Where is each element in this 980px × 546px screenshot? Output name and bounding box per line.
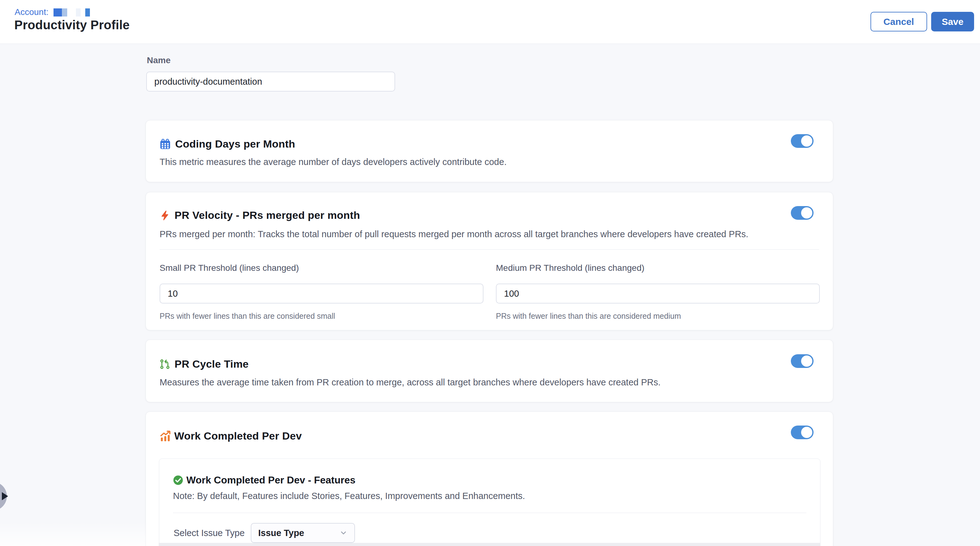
save-button[interactable]: Save [931,12,974,32]
field-label: Small PR Threshold (lines changed) [160,263,484,273]
account-name-redacted [54,8,62,16]
field-label: Medium PR Threshold (lines changed) [496,263,820,273]
git-pull-request-icon [160,359,170,369]
small-pr-threshold-input[interactable] [160,284,484,303]
work-completed-toggle[interactable] [791,426,813,439]
name-label: Name [147,56,170,65]
medium-pr-threshold-field: Medium PR Threshold (lines changed) PRs … [496,263,820,321]
work-completed-features-panel: Work Completed Per Dev - Features Note: … [159,458,820,546]
account-name-redacted [85,8,90,16]
subsection-note: Note: By default, Features include Stori… [173,491,525,501]
pr-velocity-toggle[interactable] [791,206,813,220]
cancel-button[interactable]: Cancel [870,12,927,32]
pr-cycle-time-toggle[interactable] [791,354,813,368]
subsection-title: Work Completed Per Dev - Features [186,474,356,486]
cut-off-content [159,543,820,546]
play-arrow-icon [2,492,8,500]
productivity-profile-page: Account: Productivity Profile Cancel Sav… [0,0,980,546]
issue-type-select[interactable]: Issue Type [251,523,355,543]
top-bar: Account: Productivity Profile Cancel Sav… [0,0,980,44]
divider [160,249,819,250]
page-title: Productivity Profile [14,18,130,32]
bottom-fade [0,521,146,546]
coding-days-card: Coding Days per Month This metric measur… [146,120,833,182]
calendar-icon [160,139,171,150]
check-circle-icon [173,475,183,485]
small-pr-threshold-field: Small PR Threshold (lines changed) PRs w… [160,263,484,321]
section-title: Coding Days per Month [175,138,295,150]
section-title: PR Cycle Time [175,358,248,370]
name-input[interactable] [146,72,395,91]
coding-days-toggle[interactable] [791,134,813,148]
medium-pr-threshold-input[interactable] [496,284,820,303]
field-helper: PRs with fewer lines than this are consi… [496,311,820,321]
pr-velocity-card: PR Velocity - PRs merged per month PRs m… [146,192,833,330]
work-completed-card: Work Completed Per Dev Work Completed Pe… [146,412,833,546]
section-description: Measures the average time taken from PR … [160,377,660,388]
sidebar-expand-handle[interactable] [0,482,7,511]
header-actions: Cancel Save [870,12,974,32]
section-title: Work Completed Per Dev [174,430,302,442]
account-name-redacted [62,8,67,16]
section-description: PRs merged per month: Tracks the total n… [160,229,748,239]
chevron-down-icon [339,529,347,537]
section-description: This metric measures the average number … [160,157,506,167]
breadcrumb[interactable]: Account: [14,8,90,17]
select-issue-type-label: Select Issue Type [173,528,245,538]
issue-type-select-value: Issue Type [258,528,339,538]
section-title: PR Velocity - PRs merged per month [175,209,360,221]
pr-cycle-time-card: PR Cycle Time Measures the average time … [146,340,833,402]
lightning-icon [160,210,170,221]
field-helper: PRs with fewer lines than this are consi… [160,311,484,321]
account-label: Account: [14,7,49,17]
account-name-redacted [76,8,81,16]
chart-increasing-icon [160,431,172,442]
